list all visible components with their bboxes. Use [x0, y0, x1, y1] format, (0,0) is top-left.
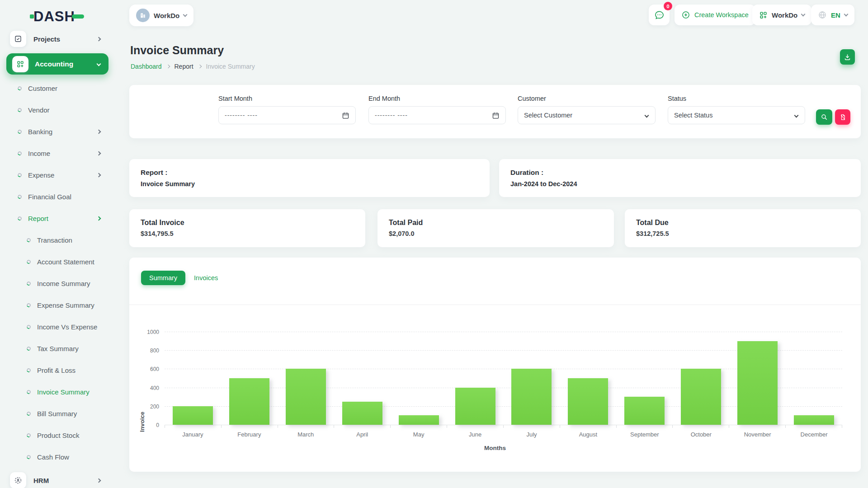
- sidebar-item-label: Bill Summary: [37, 410, 100, 418]
- breadcrumb-dashboard-link[interactable]: Dashboard: [131, 63, 162, 70]
- building-icon: [139, 12, 146, 19]
- tab-summary[interactable]: Summary: [141, 271, 185, 285]
- reset-filter-button[interactable]: [835, 109, 850, 125]
- start-month-placeholder: -------- ----: [225, 112, 342, 119]
- bar-september: [624, 397, 665, 425]
- page-title: Invoice Summary: [130, 44, 224, 57]
- globe-icon: [818, 10, 827, 19]
- apply-filter-button[interactable]: [816, 109, 832, 125]
- sidebar-item-financial-goal[interactable]: Financial Goal: [0, 186, 118, 207]
- x-tick-label: December: [786, 431, 842, 438]
- sidebar-item-label: Projects: [33, 35, 97, 43]
- sidebar-item-cash-flow[interactable]: Cash Flow: [0, 446, 118, 468]
- sidebar-item-expense[interactable]: Expense: [0, 164, 118, 186]
- create-workspace-button[interactable]: Create Workspace: [675, 5, 755, 25]
- sidebar-item-invoice-summary[interactable]: Invoice Summary: [0, 381, 118, 403]
- x-axis-title: Months: [129, 445, 861, 451]
- app-logo[interactable]: DASH: [30, 9, 84, 23]
- breadcrumb-report-link[interactable]: Report: [175, 63, 193, 70]
- x-tick-label: April: [334, 431, 391, 438]
- chart-bars: [165, 332, 842, 425]
- sidebar-item-label: Banking: [28, 128, 97, 136]
- sidebar-item-income-vs-expense[interactable]: Income Vs Expense: [0, 316, 118, 338]
- chevron-down-icon: [844, 12, 848, 17]
- bar-january: [173, 406, 213, 425]
- sidebar-item-customer[interactable]: Customer: [0, 77, 118, 99]
- messages-button[interactable]: 0: [649, 5, 670, 25]
- sidebar-item-label: Income Summary: [37, 280, 100, 287]
- axis-tick: [391, 425, 447, 428]
- bullet-icon: [17, 216, 23, 221]
- total-invoice-label: Total Invoice: [141, 219, 354, 227]
- total-paid-value: $2,070.0: [389, 230, 603, 237]
- sidebar-item-label: Financial Goal: [28, 193, 100, 201]
- logo-text: DASH: [33, 9, 75, 23]
- start-month-input[interactable]: -------- ----: [218, 106, 356, 124]
- y-tick-label: 600: [141, 366, 159, 372]
- calendar-icon[interactable]: [492, 112, 500, 119]
- x-tick-label: October: [673, 431, 729, 438]
- total-due-label: Total Due: [636, 219, 849, 227]
- bar-october: [681, 369, 721, 425]
- bar-july: [511, 369, 552, 425]
- bar-may: [399, 415, 439, 425]
- status-label: Status: [668, 95, 805, 102]
- chevron-down-icon: [794, 113, 799, 117]
- total-due-card: Total Due $312,725.5: [625, 209, 861, 247]
- chevron-down-icon: [645, 113, 649, 117]
- y-tick-label: 200: [141, 404, 159, 410]
- sidebar-item-label: Accounting: [35, 60, 97, 68]
- sidebar-item-hrm[interactable]: HRM: [0, 470, 118, 488]
- sidebar-item-report[interactable]: Report: [0, 207, 118, 229]
- sidebar-item-bill-summary[interactable]: Bill Summary: [0, 403, 118, 424]
- sidebar-item-income-summary[interactable]: Income Summary: [0, 272, 118, 294]
- bar-slot: [334, 402, 391, 425]
- bullet-icon: [26, 411, 32, 416]
- workspace-switcher[interactable]: WorkDo: [129, 5, 193, 26]
- bullet-icon: [26, 237, 32, 243]
- sidebar-item-tax-summary[interactable]: Tax Summary: [0, 338, 118, 359]
- bar-february: [229, 378, 269, 425]
- axis-tick: [334, 425, 391, 428]
- calendar-icon[interactable]: [342, 112, 349, 119]
- accounting-grid-icon: [12, 56, 28, 72]
- sidebar-item-income[interactable]: Income: [0, 142, 118, 164]
- workspace-avatar: [136, 9, 150, 22]
- sidebar-item-label: Cash Flow: [37, 453, 100, 461]
- sidebar-item-account-statement[interactable]: Account Statement: [0, 251, 118, 272]
- end-month-input[interactable]: -------- ----: [368, 106, 506, 124]
- chart-xticks: [165, 425, 842, 428]
- status-select[interactable]: Select Status: [668, 106, 805, 124]
- customer-label: Customer: [518, 95, 656, 102]
- x-tick-label: November: [729, 431, 786, 438]
- sidebar-item-vendor[interactable]: Vendor: [0, 99, 118, 121]
- chart-plot: 02004006008001000: [165, 332, 842, 425]
- bullet-icon: [17, 150, 23, 156]
- end-month-label: End Month: [368, 95, 506, 102]
- sidebar-item-expense-summary[interactable]: Expense Summary: [0, 294, 118, 316]
- bar-slot: [673, 369, 729, 425]
- sidebar-item-banking[interactable]: Banking: [0, 121, 118, 142]
- sidebar-item-transaction[interactable]: Transaction: [0, 229, 118, 251]
- bar-slot: [221, 378, 278, 425]
- sidebar-item-label: HRM: [33, 477, 97, 484]
- sidebar-item-profit-loss[interactable]: Profit & Loss: [0, 359, 118, 381]
- message-count-badge: 0: [664, 2, 672, 10]
- tab-invoices[interactable]: Invoices: [194, 271, 218, 285]
- language-selector[interactable]: EN: [811, 5, 854, 25]
- bullet-icon: [17, 85, 23, 91]
- report-card: Report : Invoice Summary: [129, 159, 490, 197]
- sidebar-item-product-stock[interactable]: Product Stock: [0, 424, 118, 446]
- workspace-menu-button[interactable]: WorkDo: [752, 5, 811, 25]
- workspace-menu-label: WorkDo: [772, 11, 797, 19]
- chevron-right-icon: [97, 478, 101, 483]
- bullet-icon: [26, 432, 32, 438]
- bar-august: [568, 378, 608, 425]
- bar-slot: [504, 369, 560, 425]
- x-tick-label: August: [560, 431, 616, 438]
- download-button[interactable]: [840, 49, 855, 65]
- customer-select[interactable]: Select Customer: [518, 106, 656, 124]
- chevron-right-icon: [97, 216, 101, 221]
- sidebar-item-accounting[interactable]: Accounting: [6, 53, 108, 75]
- sidebar-item-projects[interactable]: Projects: [0, 29, 118, 49]
